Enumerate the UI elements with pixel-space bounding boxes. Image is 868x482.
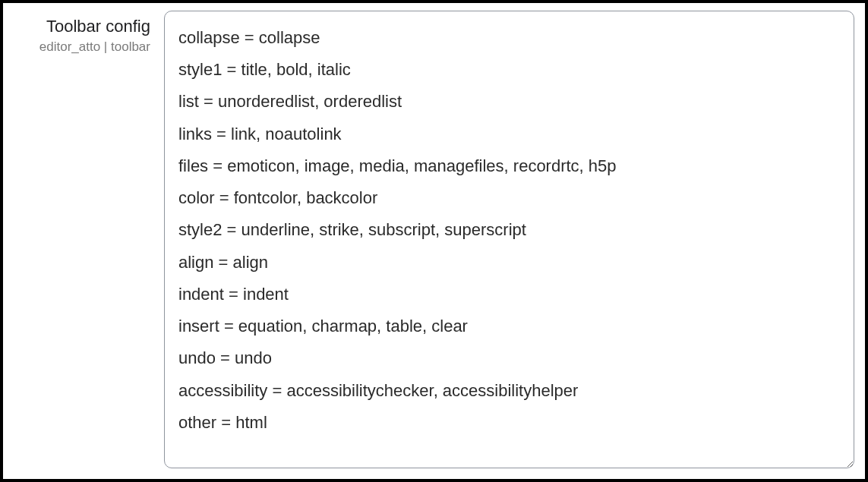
setting-row: Toolbar config editor_atto | toolbar <box>0 0 868 482</box>
setting-label-column: Toolbar config editor_atto | toolbar <box>14 11 150 468</box>
setting-field-column <box>164 11 854 468</box>
toolbar-config-textarea[interactable] <box>164 11 854 468</box>
setting-label: Toolbar config <box>14 15 150 38</box>
setting-identifier: editor_atto | toolbar <box>14 39 150 55</box>
